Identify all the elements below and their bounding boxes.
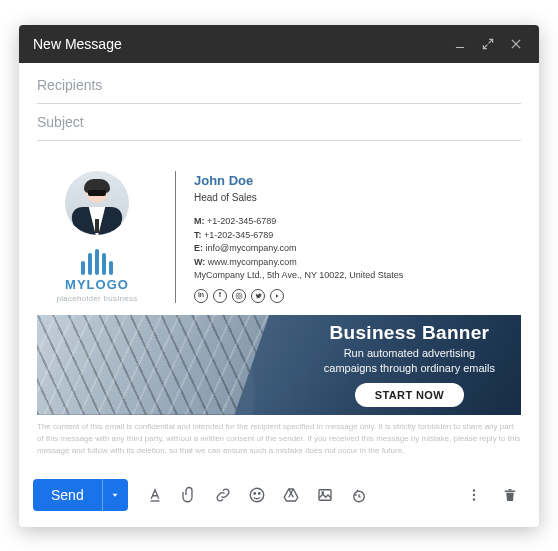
svg-point-20 xyxy=(473,493,475,495)
svg-point-6 xyxy=(238,294,241,297)
schedule-icon[interactable] xyxy=(344,480,374,510)
subject-field[interactable]: Subject xyxy=(37,104,521,141)
web-value: www.mycompany.com xyxy=(208,257,297,267)
tel-value: +1-202-345-6789 xyxy=(204,230,273,240)
more-icon[interactable] xyxy=(459,480,489,510)
tel-label: T: xyxy=(194,230,202,240)
signature-name: John Doe xyxy=(194,171,521,191)
promo-banner: Business Banner Run automated advertisin… xyxy=(37,315,521,415)
attach-icon[interactable] xyxy=(174,480,204,510)
link-icon[interactable] xyxy=(208,480,238,510)
svg-line-2 xyxy=(483,44,487,48)
instagram-icon[interactable] xyxy=(232,289,246,303)
text-format-icon[interactable] xyxy=(140,480,170,510)
svg-rect-16 xyxy=(319,489,331,500)
mobile-label: M: xyxy=(194,216,205,226)
trash-icon[interactable] xyxy=(495,480,525,510)
svg-marker-8 xyxy=(113,493,118,496)
banner-cta-button[interactable]: START NOW xyxy=(355,383,464,407)
youtube-icon[interactable] xyxy=(270,289,284,303)
email-value: info@mycompany.com xyxy=(206,243,297,253)
emoji-icon[interactable] xyxy=(242,480,272,510)
svg-point-10 xyxy=(250,488,264,502)
address: MyCompany Ltd., 5th Ave., NY 10022, Unit… xyxy=(194,269,521,283)
svg-marker-13 xyxy=(284,489,298,501)
avatar xyxy=(65,171,129,235)
logo-brand: MYLOGO xyxy=(65,277,129,292)
linkedin-icon[interactable]: in xyxy=(194,289,208,303)
web-label: W: xyxy=(194,257,205,267)
banner-subtitle: Run automated advertising campaigns thro… xyxy=(324,346,495,376)
expand-icon[interactable] xyxy=(479,35,497,53)
email-label: E: xyxy=(194,243,203,253)
svg-point-17 xyxy=(322,492,324,494)
vertical-divider xyxy=(175,171,176,303)
svg-point-11 xyxy=(254,492,256,494)
window-title: New Message xyxy=(33,36,441,52)
svg-rect-5 xyxy=(236,293,241,298)
svg-marker-7 xyxy=(276,294,279,297)
message-body[interactable]: MYLOGO placeholder business John Doe Hea… xyxy=(19,141,539,467)
logo-tagline: placeholder business xyxy=(56,294,137,303)
drive-icon[interactable] xyxy=(276,480,306,510)
svg-point-19 xyxy=(473,489,475,491)
send-more-button[interactable] xyxy=(102,479,128,511)
close-icon[interactable] xyxy=(507,35,525,53)
svg-line-1 xyxy=(489,39,493,43)
recipients-field[interactable]: Recipients xyxy=(37,67,521,104)
send-button[interactable]: Send xyxy=(33,479,102,511)
twitter-icon[interactable] xyxy=(251,289,265,303)
facebook-icon[interactable]: f xyxy=(213,289,227,303)
disclaimer-text: The content of this email is confidentia… xyxy=(37,421,521,457)
svg-point-21 xyxy=(473,498,475,500)
svg-point-12 xyxy=(258,492,260,494)
minimize-icon[interactable] xyxy=(451,35,469,53)
logo-icon xyxy=(81,249,113,275)
banner-title: Business Banner xyxy=(324,322,495,344)
mobile-value: +1-202-345-6789 xyxy=(207,216,276,226)
company-logo: MYLOGO placeholder business xyxy=(56,249,137,303)
signature-title: Head of Sales xyxy=(194,190,521,205)
image-icon[interactable] xyxy=(310,480,340,510)
